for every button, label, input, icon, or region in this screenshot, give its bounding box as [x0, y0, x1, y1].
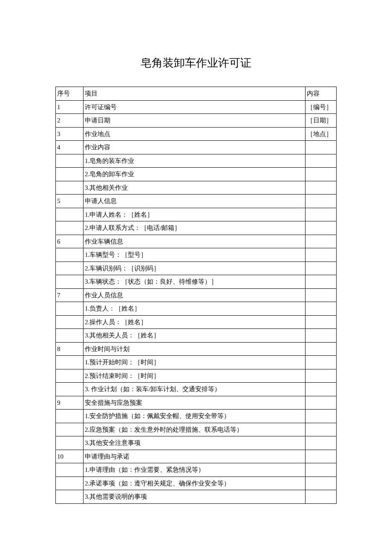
cell-item: 3.其他相关作业 [84, 181, 306, 195]
cell-num [56, 356, 84, 369]
cell-item: 2.应急预案（如：发生意外时的处理措施、联系电话等） [84, 423, 306, 436]
table-row: 2申请日期［日期］ [56, 114, 337, 128]
cell-content [306, 302, 337, 316]
table-row: 1.车辆型号：［型号］ [56, 248, 337, 262]
cell-content [306, 342, 337, 356]
cell-content [306, 141, 337, 154]
table-row: 3.其他相关作业 [56, 181, 337, 195]
cell-num [56, 315, 84, 329]
table-row: 1.申请人姓名：［姓名］ [56, 208, 337, 221]
table-row: 1.皂角的装车作业 [56, 154, 337, 168]
cell-content [306, 168, 337, 181]
cell-item: 作业车辆信息 [84, 235, 306, 248]
cell-content [306, 490, 337, 504]
cell-content [306, 329, 337, 343]
cell-item: 1.负责人：［姓名］ [84, 302, 306, 316]
cell-content [306, 154, 337, 168]
cell-num: 7 [56, 288, 84, 302]
cell-num [56, 262, 84, 275]
table-row: 9安全措施与应急预案 [56, 396, 337, 410]
cell-content [306, 423, 337, 436]
cell-item: 申请人信息 [84, 195, 306, 208]
cell-item: 作业时间与计划 [84, 342, 306, 356]
cell-item: 申请日期 [84, 114, 306, 128]
table-row: 3. 作业计划（如：装车/卸车计划、交通安排等） [56, 383, 337, 396]
table-row: 2.皂角的卸车作业 [56, 168, 337, 181]
cell-item: 3.其他相关人员：［姓名］ [84, 329, 306, 343]
cell-num: 1 [56, 100, 84, 114]
cell-item: 1.安全防护措施（如：佩戴安全帽、使用安全带等） [84, 410, 306, 423]
table-header-row: 序号 项目 内容 [56, 87, 337, 101]
cell-item: 1.皂角的装车作业 [84, 154, 306, 168]
table-row: 8作业时间与计划 [56, 342, 337, 356]
cell-content [306, 450, 337, 463]
cell-num [56, 329, 84, 343]
cell-item: 3. 作业计划（如：装车/卸车计划、交通安排等） [84, 383, 306, 396]
cell-content [306, 315, 337, 329]
table-body: 序号 项目 内容 1许可证编号［编号］2申请日期［日期］3作业地点［地点］4作业… [56, 87, 337, 504]
cell-num [56, 477, 84, 490]
table-row: 1.负责人：［姓名］ [56, 302, 337, 316]
cell-num [56, 490, 84, 504]
cell-num [56, 181, 84, 195]
cell-num [56, 369, 84, 383]
cell-num [56, 221, 84, 235]
table-row: 2.预计结束时间：［时间］ [56, 369, 337, 383]
cell-content [306, 410, 337, 423]
cell-num [56, 410, 84, 423]
cell-item: 2.申请人联系方式：［电话/邮箱］ [84, 221, 306, 235]
cell-item: 3.车辆状态：［状态（如：良好、待维修等）］ [84, 275, 306, 289]
cell-item: 2.操作人员：［姓名］ [84, 315, 306, 329]
cell-num: 2 [56, 114, 84, 128]
cell-num [56, 436, 84, 450]
cell-content [306, 235, 337, 248]
cell-content [306, 275, 337, 289]
cell-content: ［地点］ [306, 127, 337, 141]
cell-num [56, 383, 84, 396]
cell-num [56, 423, 84, 436]
table-row: 1.预计开始时间：［时间］ [56, 356, 337, 369]
table-row: 2.操作人员：［姓名］ [56, 315, 337, 329]
cell-content: ［编号］ [306, 100, 337, 114]
cell-num [56, 248, 84, 262]
cell-num: 5 [56, 195, 84, 208]
table-row: 3.其他安全注意事项 [56, 436, 337, 450]
table-row: 1许可证编号［编号］ [56, 100, 337, 114]
table-row: 10申请理由与承诺 [56, 450, 337, 463]
cell-item: 安全措施与应急预案 [84, 396, 306, 410]
table-row: 2.应急预案（如：发生意外时的处理措施、联系电话等） [56, 423, 337, 436]
document-title: 皂角装卸车作业许可证 [55, 55, 337, 70]
cell-num: 6 [56, 235, 84, 248]
cell-content [306, 463, 337, 477]
cell-num [56, 463, 84, 477]
cell-num: 4 [56, 141, 84, 154]
cell-num [56, 302, 84, 316]
cell-num [56, 168, 84, 181]
cell-content [306, 436, 337, 450]
table-row: 1.安全防护措施（如：佩戴安全帽、使用安全带等） [56, 410, 337, 423]
cell-item: 申请理由与承诺 [84, 450, 306, 463]
cell-content [306, 195, 337, 208]
cell-item: 作业人员信息 [84, 288, 306, 302]
cell-item: 2.车辆识别码：［识别码］ [84, 262, 306, 275]
cell-item: 作业内容 [84, 141, 306, 154]
cell-item: 1.申请人姓名：［姓名］ [84, 208, 306, 221]
cell-item: 3.其他需要说明的事项 [84, 490, 306, 504]
cell-num: 9 [56, 396, 84, 410]
cell-item: 作业地点 [84, 127, 306, 141]
cell-content [306, 356, 337, 369]
table-row: 6作业车辆信息 [56, 235, 337, 248]
cell-num [56, 275, 84, 289]
cell-num: 3 [56, 127, 84, 141]
header-content: 内容 [306, 87, 337, 101]
cell-content [306, 383, 337, 396]
cell-item: 2.预计结束时间：［时间］ [84, 369, 306, 383]
cell-content: ［日期］ [306, 114, 337, 128]
table-row: 1.申请理由（如：作业需要、紧急情况等） [56, 463, 337, 477]
table-row: 2.车辆识别码：［识别码］ [56, 262, 337, 275]
cell-item: 2.承诺事项（如：遵守相关规定、确保作业安全等） [84, 477, 306, 490]
cell-item: 1.申请理由（如：作业需要、紧急情况等） [84, 463, 306, 477]
table-row: 3.其他需要说明的事项 [56, 490, 337, 504]
cell-item: 1.预计开始时间：［时间］ [84, 356, 306, 369]
permit-table: 序号 项目 内容 1许可证编号［编号］2申请日期［日期］3作业地点［地点］4作业… [55, 87, 337, 504]
